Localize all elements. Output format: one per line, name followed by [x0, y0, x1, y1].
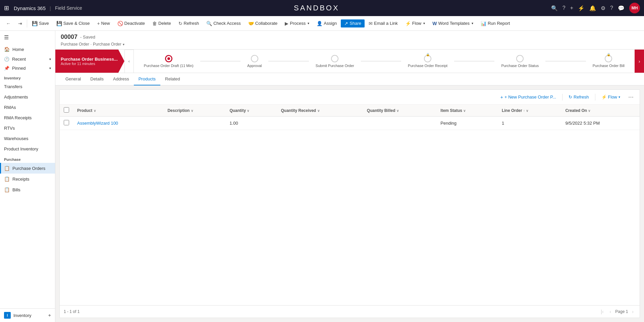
refresh-icon: ↻	[178, 21, 182, 26]
deactivate-button[interactable]: 🚫 Deactivate	[114, 19, 148, 27]
col-qty-billed[interactable]: Quantity Billed ∨	[363, 105, 436, 117]
products-refresh-button[interactable]: ↻ Refresh	[565, 93, 592, 101]
collaborate-button[interactable]: 🤝 Collaborate	[245, 19, 281, 27]
tab-general[interactable]: General	[61, 73, 86, 85]
share-button[interactable]: ↗ Share	[341, 19, 365, 27]
quantity-sort-icon: ∨	[247, 109, 249, 113]
col-product[interactable]: Product ∨	[73, 105, 163, 117]
products-more-button[interactable]: ⋯	[626, 92, 636, 102]
qty-received-sort-icon: ∨	[317, 109, 320, 113]
select-all-checkbox[interactable]	[64, 107, 69, 113]
search-icon[interactable]: 🔍	[551, 5, 558, 11]
stage-draft[interactable]: Purchase Order Draft (11 Min)	[137, 55, 200, 68]
notifications-icon[interactable]: 🔔	[589, 5, 596, 11]
question-icon[interactable]: ?	[610, 5, 613, 11]
products-flow-button[interactable]: ⚡ Flow ▾	[598, 93, 624, 101]
products-table: Product ∨ Description ∨ Quantity ∨	[60, 105, 640, 130]
product-link[interactable]: AssemblyWizard 100	[77, 121, 118, 126]
deactivate-icon: 🚫	[117, 21, 123, 26]
col-qty-received[interactable]: Quantity Received ∨	[277, 105, 363, 117]
run-report-button[interactable]: 📊 Run Report	[477, 19, 513, 27]
row-qty-billed-cell	[363, 117, 436, 130]
stage-status[interactable]: Purchase Order Status	[494, 55, 545, 68]
forward-button[interactable]: ⇥	[15, 19, 25, 27]
breadcrumb-item-1[interactable]: Purchase Order	[61, 42, 89, 47]
back-button[interactable]: ←	[3, 19, 14, 27]
user-avatar[interactable]: MH	[629, 3, 640, 13]
col-item-status[interactable]: Item Status ∨	[436, 105, 498, 117]
settings-icon[interactable]: ⚙	[601, 5, 605, 11]
new-purchase-order-product-button[interactable]: + + New Purchase Order P...	[497, 93, 559, 102]
process-flow-next-button[interactable]: ›	[635, 50, 644, 73]
stage-receipt[interactable]: 🔒 Purchase Order Receipt	[401, 55, 454, 68]
next-page-button[interactable]: ›	[630, 308, 636, 315]
save-button[interactable]: 💾 Save	[29, 19, 52, 27]
process-flow-prev-button[interactable]: ‹	[124, 50, 134, 73]
rma-receipts-label: RMA Receipts	[4, 115, 32, 120]
email-link-button[interactable]: ✉ Email a Link	[365, 19, 401, 27]
row-select-cell	[60, 117, 73, 130]
sidebar-item-bills[interactable]: 📋 Bills	[0, 184, 55, 195]
sidebar-item-rtvs[interactable]: RTVs	[0, 123, 55, 133]
collaborate-icon: 🤝	[248, 21, 254, 26]
assign-button[interactable]: 👤 Assign	[313, 19, 340, 27]
dynamics-brand[interactable]: Dynamics 365	[14, 5, 46, 11]
sidebar-item-pinned[interactable]: 📌 Pinned ▾	[0, 64, 55, 73]
tab-related[interactable]: Related	[160, 73, 185, 85]
flow-line-5	[545, 61, 586, 61]
hamburger-button[interactable]: ☰	[0, 31, 55, 44]
stage-submit-label: Submit Purchase Order	[316, 64, 354, 68]
chat-icon[interactable]: 💬	[618, 5, 625, 11]
sidebar-item-purchase-orders[interactable]: 📋 Purchase Orders	[0, 163, 55, 174]
col-quantity[interactable]: Quantity ∨	[225, 105, 277, 117]
sidebar-item-home[interactable]: 🏠 Home	[0, 44, 55, 55]
sidebar-bottom-chevron-icon: ⋄	[48, 313, 51, 318]
stage-bill[interactable]: 🔒 Purchase Order Bill	[586, 55, 631, 68]
transfers-label: Transfers	[4, 84, 22, 89]
col-description[interactable]: Description ∨	[163, 105, 225, 117]
add-icon[interactable]: +	[570, 5, 573, 11]
stage-submit[interactable]: Submit Purchase Order	[309, 55, 361, 68]
filter-icon[interactable]: ⚡	[578, 5, 585, 11]
col-created-on[interactable]: Created On ∨	[561, 105, 640, 117]
products-table-header: Product ∨ Description ∨ Quantity ∨	[60, 105, 640, 117]
tab-products[interactable]: Products	[134, 73, 160, 85]
breadcrumb-dropdown-icon[interactable]: ▾	[123, 43, 124, 46]
refresh-button[interactable]: ↻ Refresh	[175, 19, 203, 27]
delete-button[interactable]: 🗑 Delete	[149, 19, 174, 27]
save-close-button[interactable]: 💾 Save & Close	[53, 19, 93, 27]
flow-button[interactable]: ⚡ Flow ▾	[402, 19, 428, 27]
help-icon[interactable]: ?	[562, 5, 566, 11]
process-icon: ▶	[285, 21, 288, 26]
product-sort-icon: ∨	[94, 109, 96, 113]
products-toolbar-sep-1	[562, 94, 562, 101]
sidebar-item-warehouses[interactable]: Warehouses	[0, 133, 55, 144]
sidebar-item-transfers[interactable]: Transfers	[0, 81, 55, 92]
bills-icon: 📋	[4, 187, 10, 192]
col-line-order[interactable]: Line Order ↑ ∨	[498, 105, 561, 117]
back-icon: ←	[6, 21, 11, 26]
check-access-button[interactable]: 🔍 Check Access	[203, 19, 244, 27]
sidebar-item-rma-receipts[interactable]: RMA Receipts	[0, 113, 55, 123]
stage-approval[interactable]: Approval	[240, 55, 268, 68]
sidebar-item-receipts[interactable]: 📋 Receipts	[0, 174, 55, 184]
rtvs-label: RTVs	[4, 126, 15, 131]
sidebar-item-recent[interactable]: 🕐 Recent ▾	[0, 55, 55, 64]
grid-footer: 1 - 1 of 1 |‹ ‹ Page 1 ›	[60, 305, 640, 318]
row-checkbox[interactable]	[64, 120, 69, 125]
sidebar-bottom-inventory[interactable]: I Inventory ⋄	[0, 308, 55, 322]
prev-page-button[interactable]: ‹	[608, 308, 613, 315]
active-stage[interactable]: Purchase Order Business... Active for 11…	[55, 50, 124, 73]
sidebar-item-adjustments[interactable]: Adjustments	[0, 92, 55, 102]
tab-details[interactable]: Details	[86, 73, 108, 85]
new-button[interactable]: + New	[94, 19, 113, 27]
process-button[interactable]: ▶ Process ▾	[281, 19, 313, 27]
app-name[interactable]: Field Service	[55, 5, 82, 11]
apps-grid-icon[interactable]: ⊞	[4, 4, 9, 12]
sidebar-item-rmas[interactable]: RMAs	[0, 102, 55, 113]
tab-address[interactable]: Address	[108, 73, 134, 85]
breadcrumb-item-2[interactable]: Purchase Order	[93, 42, 121, 47]
word-templates-button[interactable]: W Word Templates ▾	[429, 19, 477, 27]
first-page-button[interactable]: |‹	[599, 308, 605, 315]
sidebar-item-product-inventory[interactable]: Product Inventory	[0, 144, 55, 154]
